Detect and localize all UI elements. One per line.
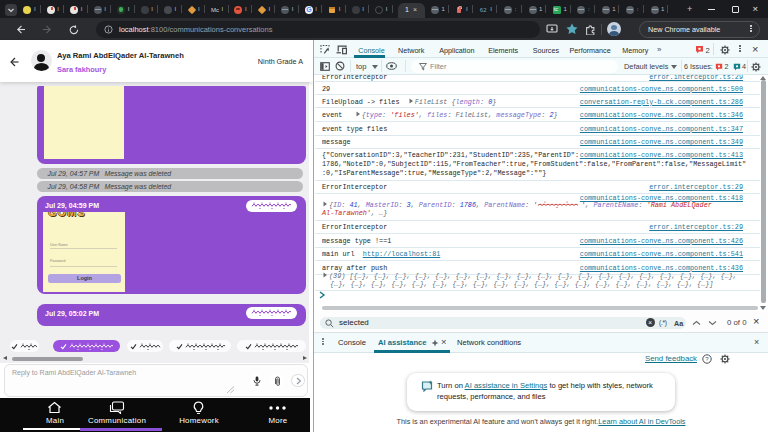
svg-text:?: ? <box>705 356 709 362</box>
